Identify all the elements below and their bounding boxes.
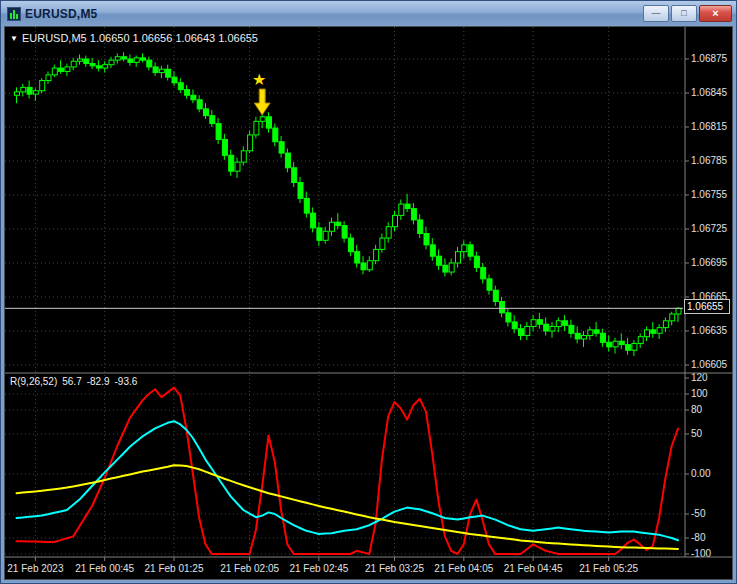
candle-body (273, 128, 278, 142)
candle-body (27, 87, 32, 94)
time-axis-label: 21 Feb 04:05 (434, 563, 493, 574)
candle-body (235, 162, 240, 171)
candle-body (241, 151, 246, 162)
candle-body (456, 252, 461, 263)
candle-body (449, 263, 454, 272)
minimize-button[interactable]: — (643, 5, 669, 22)
candle-body (323, 231, 328, 240)
signal-sell-arrow-icon (254, 89, 270, 115)
candle-body (500, 302, 505, 313)
indicator-axis-label: 50 (691, 428, 703, 439)
close-button[interactable]: × (699, 5, 732, 22)
time-axis-label: 21 Feb 2023 (7, 563, 64, 574)
candle-body (657, 328, 662, 334)
candle-body (15, 92, 20, 95)
candle-body (46, 75, 51, 81)
title-bar[interactable]: EURUSD,M5 — □ × (1, 1, 736, 26)
window-chart-icon (7, 7, 21, 21)
candle-body (424, 234, 429, 245)
candle-body (317, 228, 322, 240)
candle-body (626, 345, 631, 351)
candle-body (128, 59, 133, 62)
candle-body (512, 322, 517, 329)
candle-body (172, 77, 177, 83)
candle-body (443, 265, 448, 272)
price-axis-label: 1.06845 (691, 87, 728, 98)
price-axis-label: 1.06875 (691, 53, 728, 64)
indicator-legend: R(9,26,52)56.7-82.9-93.6 (10, 376, 142, 387)
candle-body (411, 209, 416, 220)
time-axis-label: 21 Feb 02:45 (289, 563, 348, 574)
candle-body (279, 142, 284, 153)
one-click-trading-toggle-icon[interactable]: ▼ (10, 34, 18, 43)
price-axis-label: 1.06755 (691, 189, 728, 200)
indicator-line-slow (17, 465, 679, 549)
price-axis-label: 1.06695 (691, 257, 728, 268)
maximize-button[interactable]: □ (671, 5, 697, 22)
candle-body (380, 238, 385, 249)
indicator-value-3: -93.6 (115, 376, 138, 387)
chart-canvas[interactable]: 21 Feb 202321 Feb 00:4521 Feb 01:2521 Fe… (5, 27, 732, 579)
candle-body (159, 69, 164, 72)
chart-window: EURUSD,M5 — □ × 21 Feb 202321 Feb 00:452… (0, 0, 737, 584)
candle-body (506, 313, 511, 322)
candle-body (474, 256, 479, 267)
candle-body (78, 59, 83, 61)
candle-body (386, 227, 391, 238)
price-axis-label: 1.06815 (691, 121, 728, 132)
price-axis-label: 1.06725 (691, 223, 728, 234)
candle-body (569, 325, 574, 333)
signal-star-icon: ★ (252, 70, 266, 89)
candle-body (197, 100, 202, 109)
candle-body (311, 213, 316, 228)
candle-body (613, 341, 618, 347)
price-axis-label: 1.06605 (691, 359, 728, 370)
candle-body (544, 324, 549, 331)
candle-body (216, 124, 221, 140)
time-axis-label: 21 Feb 05:25 (579, 563, 638, 574)
candle-body (166, 69, 171, 77)
candle-body (336, 222, 341, 225)
candle-body (122, 57, 127, 59)
candle-body (342, 226, 347, 238)
candle-body (65, 67, 70, 72)
candle-body (59, 68, 64, 71)
indicator-axis-label: -80 (691, 532, 706, 543)
candle-body (374, 249, 379, 260)
candle-body (556, 321, 561, 327)
chart-legend: ▼EURUSD,M5 1.06650 1.06656 1.06643 1.066… (10, 32, 258, 44)
candle-body (645, 330, 650, 337)
indicator-value-1: 56.7 (62, 376, 81, 387)
candle-body (292, 168, 297, 183)
candle-body (437, 256, 442, 265)
candle-body (663, 321, 668, 328)
window-title: EURUSD,M5 (25, 7, 643, 21)
candle-body (210, 116, 215, 124)
candle-body (84, 59, 89, 64)
time-axis-label: 21 Feb 00:45 (75, 563, 134, 574)
indicator-axis-label: -50 (691, 508, 706, 519)
candle-body (531, 320, 536, 327)
candle-body (481, 268, 486, 279)
candle-body (254, 121, 259, 135)
current-price-badge: 1.06655 (684, 299, 730, 314)
chart-client-area: 21 Feb 202321 Feb 00:4521 Feb 01:2521 Fe… (4, 26, 733, 580)
indicator-name: R(9,26,52) (10, 376, 57, 387)
time-axis-label: 21 Feb 04:45 (504, 563, 563, 574)
candle-body (96, 66, 101, 68)
candle-body (563, 321, 568, 326)
candle-body (229, 155, 234, 171)
candle-body (33, 91, 38, 94)
candle-body (430, 245, 435, 256)
candle-body (367, 261, 372, 270)
candle-body (582, 336, 587, 339)
candle-body (619, 341, 624, 344)
candle-body (550, 326, 555, 331)
chart-legend-text: EURUSD,M5 1.06650 1.06656 1.06643 1.0665… (22, 32, 258, 44)
candle-body (537, 320, 542, 325)
candle-body (298, 183, 303, 199)
candle-body (21, 87, 26, 92)
candle-body (594, 330, 599, 333)
candle-body (267, 117, 272, 128)
candle-body (607, 342, 612, 347)
